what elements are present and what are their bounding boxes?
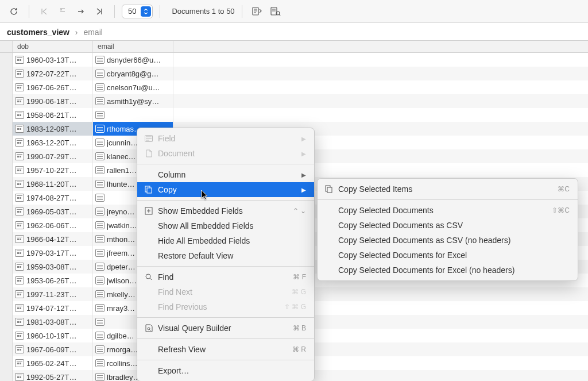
submenu-copy-excel-noheaders[interactable]: Copy Selected Documents for Excel (no he… [318, 263, 578, 278]
menu-item-document[interactable]: Document ▶ [137, 146, 314, 161]
row-gutter [0, 80, 13, 94]
menu-separator [137, 266, 314, 267]
menu-item-field[interactable]: Field ▶ [137, 131, 314, 146]
string-type-icon [95, 166, 105, 174]
column-header-email[interactable]: email [93, 41, 173, 52]
cell-email[interactable] [93, 108, 173, 122]
cell-dob[interactable]: 1962-06-06T… [13, 218, 93, 232]
row-gutter [0, 218, 13, 232]
submenu-copy-selected-items[interactable]: Copy Selected Items ⌘C [318, 182, 578, 197]
shortcut: ⌃ ⌄ [293, 207, 306, 215]
cell-value: rthomas… [107, 125, 141, 133]
cell-dob[interactable]: 1990-07-29T… [13, 149, 93, 163]
table-row[interactable]: 1972-07-22T…cbryant8g@g… [0, 67, 588, 80]
cell-dob[interactable]: 1983-12-09T… [13, 122, 93, 136]
menu-item-find-previous[interactable]: Find Previous ⇧ ⌘ G [137, 299, 314, 314]
breadcrumb: customers_view › email [0, 23, 588, 40]
menu-item-restore-default[interactable]: Restore Default View [137, 248, 314, 263]
date-type-icon [15, 345, 24, 353]
cell-email[interactable]: cnelson7u@u… [93, 80, 173, 94]
menu-item-find-next[interactable]: Find Next ⌘ G [137, 284, 314, 299]
first-page-button[interactable] [36, 4, 52, 19]
cell-value: 1959-03-08T… [26, 263, 76, 271]
string-type-icon [95, 56, 105, 64]
cell-dob[interactable]: 1958-06-21T… [13, 108, 93, 122]
string-type-icon [95, 70, 105, 78]
column-header-dob[interactable]: dob [13, 41, 93, 52]
search-icon [143, 273, 154, 281]
cell-dob[interactable]: 1957-10-22T… [13, 163, 93, 177]
string-type-icon [95, 359, 105, 367]
table-row[interactable]: 1967-06-26T…cnelson7u@u… [0, 80, 588, 94]
next-page-button[interactable] [73, 4, 89, 19]
copy-icon [143, 186, 154, 194]
doc-search-button[interactable] [268, 4, 284, 19]
menu-item-find[interactable]: Find ⌘ F [137, 270, 314, 284]
submenu-copy-csv[interactable]: Copy Selected Documents as CSV [318, 218, 578, 233]
cell-dob[interactable]: 1974-08-27T… [13, 191, 93, 205]
table-row[interactable]: 1990-06-18T…asmith1y@sy… [0, 94, 588, 108]
cell-dob[interactable]: 1997-11-23T… [13, 287, 93, 301]
cell-dob[interactable]: 1967-06-26T… [13, 80, 93, 94]
menu-item-show-embedded[interactable]: Show Embedded Fields ⌃ ⌄ [137, 203, 314, 218]
string-type-icon [95, 97, 105, 105]
refresh-button[interactable] [6, 4, 22, 19]
submenu-copy-csv-noheaders[interactable]: Copy Selected Documents as CSV (no heade… [318, 233, 578, 248]
row-gutter [0, 108, 13, 122]
menu-item-show-all-embedded[interactable]: Show All Embedded Fields [137, 218, 314, 233]
cell-dob[interactable]: 1963-12-20T… [13, 136, 93, 149]
cell-dob[interactable]: 1969-05-03T… [13, 205, 93, 218]
cell-dob[interactable]: 1992-05-27T… [13, 370, 93, 381]
cell-email[interactable]: dsnyder66@u… [93, 53, 173, 67]
cell-dob[interactable]: 1979-03-17T… [13, 246, 93, 260]
cell-value: 1957-10-22T… [26, 166, 76, 175]
menu-item-export[interactable]: Export… [137, 363, 314, 378]
last-page-button[interactable] [91, 4, 107, 19]
cell-dob[interactable]: 1981-03-08T… [13, 315, 93, 329]
breadcrumb-separator: › [75, 28, 78, 37]
submenu-copy-selected-documents[interactable]: Copy Selected Documents ⇧⌘C [318, 203, 578, 218]
cell-dob[interactable]: 1967-06-09T… [13, 342, 93, 356]
cell-dob[interactable]: 1974-07-12T… [13, 301, 93, 315]
page-size-select[interactable]: 50 [122, 5, 153, 18]
cell-dob[interactable]: 1960-10-19T… [13, 329, 93, 342]
menu-item-visual-query-builder[interactable]: Visual Query Builder ⌘ B [137, 321, 314, 336]
cell-dob[interactable]: 1972-07-22T… [13, 67, 93, 80]
chevron-right-icon: ▶ [301, 151, 306, 157]
cell-dob[interactable]: 1966-04-12T… [13, 232, 93, 246]
row-gutter [0, 246, 13, 260]
menu-item-copy[interactable]: Copy ▶ [137, 182, 314, 197]
table-row[interactable]: 1960-03-13T…dsnyder66@u… [0, 53, 588, 67]
cell-value: 1967-06-26T… [26, 83, 76, 92]
table-row[interactable]: 1958-06-21T… [0, 108, 588, 122]
divider [160, 5, 160, 18]
string-type-icon [95, 138, 105, 147]
menu-label: Copy Selected Items [338, 184, 558, 194]
cell-value: jfreem… [107, 249, 135, 257]
breadcrumb-root[interactable]: customers_view [7, 28, 69, 37]
breadcrumb-leaf[interactable]: email [83, 28, 102, 37]
cell-dob[interactable]: 1960-03-13T… [13, 53, 93, 67]
menu-item-column[interactable]: Column ▶ [137, 167, 314, 182]
string-type-icon [95, 304, 105, 312]
grid-header: dob email [0, 40, 588, 53]
cell-dob[interactable]: 1959-03-08T… [13, 260, 93, 274]
date-type-icon [15, 125, 24, 133]
cell-value: rmorga… [107, 345, 138, 354]
row-gutter [0, 301, 13, 315]
prev-page-button[interactable] [55, 4, 71, 19]
cell-dob[interactable]: 1953-06-26T… [13, 274, 93, 287]
cell-email[interactable]: asmith1y@sy… [93, 94, 173, 108]
menu-separator [137, 200, 314, 201]
string-type-icon [95, 263, 105, 271]
menu-item-refresh-view[interactable]: Refresh View ⌘ R [137, 342, 314, 357]
submenu-copy-excel[interactable]: Copy Selected Documents for Excel [318, 248, 578, 263]
chevron-right-icon: ▶ [301, 172, 306, 178]
cell-email[interactable]: cbryant8g@g… [93, 67, 173, 80]
document-icon [143, 149, 154, 157]
doc-view-button[interactable] [249, 4, 265, 19]
cell-dob[interactable]: 1990-06-18T… [13, 94, 93, 108]
menu-item-hide-all-embedded[interactable]: Hide All Embedded Fields [137, 233, 314, 248]
cell-dob[interactable]: 1968-11-20T… [13, 177, 93, 191]
cell-dob[interactable]: 1965-02-24T… [13, 356, 93, 370]
